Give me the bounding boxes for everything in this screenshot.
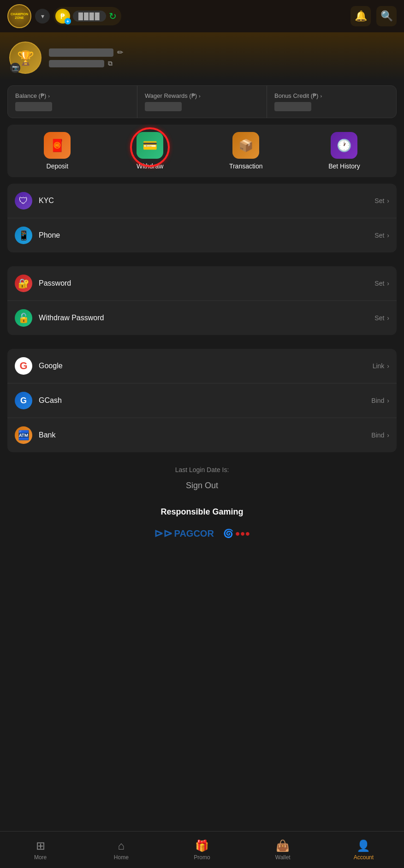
gcash-label: GCash xyxy=(39,396,371,405)
pagcor-text: PAGCOR xyxy=(174,528,214,539)
uid-row: ⧉ xyxy=(49,60,395,67)
chevron-right-icon: › xyxy=(387,314,389,322)
account-icon: 👤 xyxy=(356,839,370,852)
balance-label: Balance (₱) › xyxy=(15,92,130,99)
bank-icon: 🏧 xyxy=(15,426,32,444)
google-action: Link xyxy=(373,362,385,370)
top-header: CHAMPIONZONE ▾ ₱ + ████ ↻ 🔔 🔍 xyxy=(0,0,404,32)
bet-history-icon: 🕐 xyxy=(331,132,357,159)
transaction-button[interactable]: 📦 Transaction xyxy=(229,132,263,170)
phone-icon: 📱 xyxy=(15,227,32,244)
nav-label-promo: Promo xyxy=(194,854,210,861)
google-icon: G xyxy=(15,357,32,375)
avatar: 🏆 📷 xyxy=(9,42,42,74)
nav-item-home[interactable]: ⌂ Home xyxy=(81,832,161,868)
nav-item-more[interactable]: ⊞ More xyxy=(0,832,81,868)
chevron-right-icon: › xyxy=(320,93,322,99)
copy-uid-icon[interactable]: ⧉ xyxy=(108,60,113,67)
partners-row: ⊳⊳ PAGCOR 🌀 ●●● xyxy=(7,524,397,543)
transaction-label: Transaction xyxy=(229,162,263,170)
partner2-text: ●●● xyxy=(235,529,250,539)
phone-label: Phone xyxy=(39,231,374,239)
camera-icon[interactable]: 📷 xyxy=(10,63,20,73)
username-row: ✏ xyxy=(49,48,395,57)
menu-item-kyc[interactable]: 🛡 KYC Set › xyxy=(7,184,397,218)
withdraw-label: Withdraw xyxy=(137,162,163,170)
bet-history-button[interactable]: 🕐 Bet History xyxy=(328,132,360,170)
chevron-right-icon: › xyxy=(387,397,389,404)
nav-item-account[interactable]: 👤 Account xyxy=(323,832,404,868)
gcash-action: Bind xyxy=(371,397,384,404)
dropdown-button[interactable]: ▾ xyxy=(35,9,50,24)
responsible-gaming-section: Responsible Gaming ⊳⊳ PAGCOR 🌀 ●●● xyxy=(0,500,404,550)
gcash-icon: G xyxy=(15,392,32,409)
wager-label: Wager Rewards (₱) › xyxy=(145,92,259,99)
menu-item-gcash[interactable]: G GCash Bind › xyxy=(7,383,397,418)
home-icon: ⌂ xyxy=(118,839,125,852)
add-coins-button[interactable]: ₱ + ████ ↻ xyxy=(53,7,121,25)
profile-section: 🏆 📷 ✏ ⧉ xyxy=(0,32,404,81)
bank-label: Bank xyxy=(39,431,371,439)
balance-card-wager[interactable]: Wager Rewards (₱) › xyxy=(137,86,267,118)
menu-item-phone[interactable]: 📱 Phone Set › xyxy=(7,218,397,252)
menu-item-google[interactable]: G Google Link › xyxy=(7,349,397,383)
password-icon: 🔐 xyxy=(15,275,32,292)
nav-label-account: Account xyxy=(354,854,374,861)
chevron-right-icon: › xyxy=(387,232,389,239)
bottom-navigation: ⊞ More ⌂ Home 🎁 Promo 👜 Wallet 👤 Account xyxy=(0,831,404,868)
withdraw-icon: 💳 xyxy=(137,132,163,159)
withdraw-password-icon: 🔓 xyxy=(15,309,32,327)
password-action: Set xyxy=(374,280,384,287)
nav-label-home: Home xyxy=(114,854,129,861)
balance-section: Balance (₱) › Wager Rewards (₱) › Bonus … xyxy=(7,85,397,118)
menu-item-withdraw-password[interactable]: 🔓 Withdraw Password Set › xyxy=(7,301,397,335)
responsible-gaming-title: Responsible Gaming xyxy=(7,507,397,517)
edit-username-icon[interactable]: ✏ xyxy=(117,48,123,57)
chevron-right-icon: › xyxy=(387,280,389,287)
bell-icon: 🔔 xyxy=(355,10,367,22)
nav-item-wallet[interactable]: 👜 Wallet xyxy=(243,832,323,868)
balance-card-main[interactable]: Balance (₱) › xyxy=(8,86,137,118)
action-section: 🧧 Deposit 💳 Withdraw 📦 Transaction 🕐 Bet… xyxy=(7,125,397,177)
chevron-right-icon: › xyxy=(199,93,201,99)
transaction-icon: 📦 xyxy=(232,132,259,159)
withdraw-password-label: Withdraw Password xyxy=(39,314,374,322)
wallet-icon: 👜 xyxy=(276,839,290,852)
notification-button[interactable]: 🔔 xyxy=(351,6,371,26)
refresh-icon[interactable]: ↻ xyxy=(109,11,117,22)
kyc-action: Set xyxy=(374,197,384,204)
pagcor-logo: ⊳⊳ PAGCOR xyxy=(154,524,214,543)
search-button[interactable]: 🔍 xyxy=(376,6,397,26)
sign-out-button[interactable]: Sign Out xyxy=(0,476,404,500)
bet-history-label: Bet History xyxy=(328,162,360,170)
withdraw-button[interactable]: 💳 Withdraw xyxy=(137,132,163,170)
phone-action: Set xyxy=(374,232,384,239)
balance-card-bonus[interactable]: Bonus Credit (₱) › xyxy=(267,86,396,118)
partner2-icon: 🌀 xyxy=(223,528,233,539)
deposit-icon: 🧧 xyxy=(44,132,71,159)
wager-amount-hidden xyxy=(145,102,182,111)
nav-label-wallet: Wallet xyxy=(275,854,291,861)
deposit-button[interactable]: 🧧 Deposit xyxy=(44,132,71,170)
kyc-label: KYC xyxy=(39,197,374,205)
username-hidden xyxy=(49,48,113,57)
chevron-right-icon: › xyxy=(387,362,389,370)
header-right: 🔔 🔍 xyxy=(351,6,397,26)
balance-display: ████ xyxy=(73,11,106,22)
uid-hidden xyxy=(49,60,104,67)
coin-icon: ₱ + xyxy=(55,9,70,24)
menu-section-linked: G Google Link › G GCash Bind › 🏧 Bank Bi… xyxy=(7,349,397,452)
nav-item-promo[interactable]: 🎁 Promo xyxy=(161,832,242,868)
chevron-right-icon: › xyxy=(387,431,389,439)
last-login-text: Last Login Date Is: xyxy=(0,457,404,476)
password-label: Password xyxy=(39,279,374,287)
nav-label-more: More xyxy=(34,854,47,861)
plus-icon: + xyxy=(65,18,71,24)
partner2-logo: 🌀 ●●● xyxy=(223,524,250,543)
menu-item-bank[interactable]: 🏧 Bank Bind › xyxy=(7,418,397,452)
kyc-icon: 🛡 xyxy=(15,192,32,210)
menu-item-password[interactable]: 🔐 Password Set › xyxy=(7,266,397,301)
profile-info: ✏ ⧉ xyxy=(49,48,395,67)
menu-section-identity: 🛡 KYC Set › 📱 Phone Set › xyxy=(7,184,397,252)
google-label: Google xyxy=(39,362,373,370)
